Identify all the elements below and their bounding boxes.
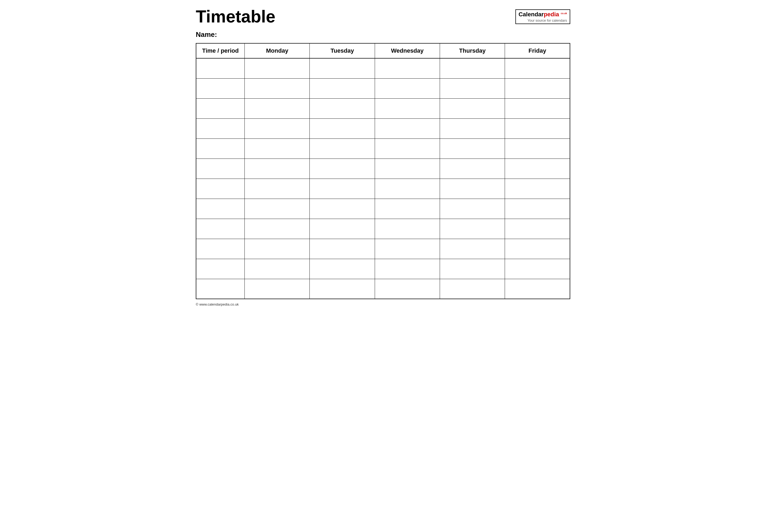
table-cell[interactable] — [310, 78, 375, 98]
table-cell[interactable] — [196, 259, 245, 279]
table-cell[interactable] — [196, 199, 245, 219]
table-cell[interactable] — [196, 58, 245, 78]
table-cell[interactable] — [245, 259, 310, 279]
table-cell[interactable] — [505, 118, 570, 138]
table-cell[interactable] — [440, 98, 505, 118]
col-header-friday: Friday — [505, 43, 570, 58]
table-cell[interactable] — [375, 259, 440, 279]
table-cell[interactable] — [505, 138, 570, 159]
table-cell[interactable] — [375, 138, 440, 159]
table-cell[interactable] — [375, 159, 440, 179]
logo-calendar: Calendarpedia co.uk — [519, 11, 567, 18]
table-row — [196, 118, 570, 138]
table-cell[interactable] — [375, 78, 440, 98]
table-cell[interactable] — [196, 219, 245, 239]
table-cell[interactable] — [310, 219, 375, 239]
table-row — [196, 78, 570, 98]
table-cell[interactable] — [196, 138, 245, 159]
table-row — [196, 279, 570, 299]
table-cell[interactable] — [310, 118, 375, 138]
table-cell[interactable] — [505, 219, 570, 239]
table-cell[interactable] — [196, 118, 245, 138]
page-title: Timetable — [196, 8, 275, 25]
table-cell[interactable] — [505, 58, 570, 78]
table-cell[interactable] — [245, 199, 310, 219]
table-cell[interactable] — [245, 219, 310, 239]
table-cell[interactable] — [196, 179, 245, 199]
name-row: Name: — [196, 30, 570, 39]
table-cell[interactable] — [505, 159, 570, 179]
table-cell[interactable] — [505, 259, 570, 279]
table-cell[interactable] — [375, 279, 440, 299]
table-cell[interactable] — [245, 98, 310, 118]
table-cell[interactable] — [440, 259, 505, 279]
name-label: Name: — [196, 30, 217, 38]
table-cell[interactable] — [245, 179, 310, 199]
table-cell[interactable] — [196, 78, 245, 98]
footer-url: © www.calendarpedia.co.uk — [196, 302, 239, 306]
table-cell[interactable] — [245, 138, 310, 159]
table-cell[interactable] — [245, 159, 310, 179]
table-row — [196, 138, 570, 159]
logo-area: Calendarpedia co.uk Your source for cale… — [516, 8, 570, 24]
table-cell[interactable] — [375, 239, 440, 259]
table-cell[interactable] — [440, 279, 505, 299]
header-area: Timetable Calendarpedia co.uk Your sourc… — [196, 8, 570, 25]
table-row — [196, 259, 570, 279]
table-cell[interactable] — [310, 98, 375, 118]
table-cell[interactable] — [310, 279, 375, 299]
table-cell[interactable] — [505, 279, 570, 299]
table-cell[interactable] — [196, 159, 245, 179]
table-cell[interactable] — [310, 239, 375, 259]
table-cell[interactable] — [245, 118, 310, 138]
table-cell[interactable] — [245, 239, 310, 259]
table-cell[interactable] — [505, 239, 570, 259]
table-cell[interactable] — [375, 98, 440, 118]
table-cell[interactable] — [375, 199, 440, 219]
footer: © www.calendarpedia.co.uk — [196, 302, 570, 306]
col-header-wednesday: Wednesday — [375, 43, 440, 58]
timetable: Time / period Monday Tuesday Wednesday T… — [196, 43, 570, 299]
table-row — [196, 159, 570, 179]
table-row — [196, 179, 570, 199]
table-cell[interactable] — [375, 58, 440, 78]
table-cell[interactable] — [440, 78, 505, 98]
table-cell[interactable] — [440, 159, 505, 179]
table-cell[interactable] — [310, 159, 375, 179]
table-cell[interactable] — [245, 78, 310, 98]
page-wrapper: Timetable Calendarpedia co.uk Your sourc… — [196, 8, 570, 306]
table-cell[interactable] — [505, 199, 570, 219]
table-cell[interactable] — [375, 219, 440, 239]
table-cell[interactable] — [505, 98, 570, 118]
table-cell[interactable] — [245, 279, 310, 299]
table-cell[interactable] — [245, 58, 310, 78]
table-row — [196, 58, 570, 78]
col-header-thursday: Thursday — [440, 43, 505, 58]
table-cell[interactable] — [440, 58, 505, 78]
table-cell[interactable] — [310, 199, 375, 219]
table-cell[interactable] — [196, 279, 245, 299]
table-cell[interactable] — [310, 138, 375, 159]
table-row — [196, 199, 570, 219]
table-row — [196, 98, 570, 118]
logo-subtitle: Your source for calendars — [519, 18, 567, 22]
table-cell[interactable] — [310, 259, 375, 279]
table-cell[interactable] — [440, 118, 505, 138]
table-cell[interactable] — [440, 138, 505, 159]
table-cell[interactable] — [505, 78, 570, 98]
table-cell[interactable] — [196, 98, 245, 118]
table-cell[interactable] — [310, 179, 375, 199]
table-cell[interactable] — [440, 239, 505, 259]
table-row — [196, 239, 570, 259]
table-cell[interactable] — [310, 58, 375, 78]
table-cell[interactable] — [375, 118, 440, 138]
col-header-monday: Monday — [245, 43, 310, 58]
logo-box: Calendarpedia co.uk Your source for cale… — [516, 9, 570, 24]
table-cell[interactable] — [440, 179, 505, 199]
table-cell[interactable] — [440, 199, 505, 219]
table-cell[interactable] — [196, 239, 245, 259]
table-cell[interactable] — [375, 179, 440, 199]
table-cell[interactable] — [440, 219, 505, 239]
col-header-tuesday: Tuesday — [310, 43, 375, 58]
table-cell[interactable] — [505, 179, 570, 199]
